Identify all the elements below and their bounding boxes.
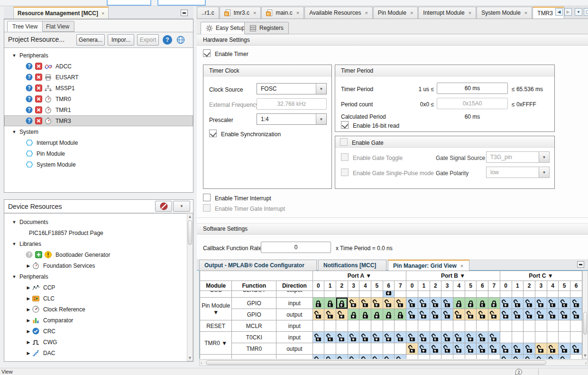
pin-cell-B0[interactable] bbox=[406, 309, 418, 320]
project-tree-item-system-module[interactable]: System Module bbox=[4, 159, 193, 170]
pin-cell-B3[interactable] bbox=[441, 298, 453, 309]
project-tree-item-system[interactable]: ▼System bbox=[4, 126, 193, 137]
pin-header[interactable]: 1 bbox=[512, 281, 524, 291]
pin-cell-A3[interactable] bbox=[348, 291, 359, 298]
close-icon[interactable]: × bbox=[365, 10, 368, 16]
pin-header[interactable]: 5 bbox=[371, 281, 383, 291]
pin-header[interactable]: 3 bbox=[535, 281, 547, 291]
pin-cell-C2[interactable] bbox=[524, 298, 535, 309]
pin-cell-C0[interactable] bbox=[500, 291, 512, 298]
notification-badge[interactable]: 2 bbox=[515, 369, 522, 375]
pin-cell-C4[interactable] bbox=[547, 332, 559, 343]
device-tree-item-comparator[interactable]: ▶Comparator bbox=[4, 315, 186, 326]
bottom-tab-output-mplab-code-configurator[interactable]: Output - MPLAB® Code Configurator bbox=[199, 260, 317, 271]
expander-down-icon[interactable]: ▼ bbox=[11, 130, 18, 134]
device-tree-item-dsm[interactable]: ▶DSM bbox=[4, 358, 186, 361]
gate-signal-source-select[interactable]: T3G_pin▼ bbox=[486, 151, 550, 163]
pin-cell-A1[interactable] bbox=[324, 343, 336, 355]
editor-tab-main-c[interactable]: Cmain.c× bbox=[261, 7, 304, 19]
pin-cell-B0[interactable] bbox=[406, 343, 418, 355]
pin-cell-B4[interactable] bbox=[453, 343, 465, 355]
close-icon[interactable]: × bbox=[101, 10, 104, 16]
expander-down-icon[interactable]: ▼ bbox=[11, 274, 18, 279]
pin-cell-C5[interactable] bbox=[559, 291, 570, 298]
pin-cell-A2[interactable] bbox=[336, 298, 348, 309]
pin-cell-A3[interactable] bbox=[348, 355, 359, 359]
pin-cell-C4[interactable] bbox=[547, 320, 559, 332]
pin-cell-C2[interactable] bbox=[524, 309, 535, 320]
enable-timer-interrupt-checkbox[interactable] bbox=[203, 194, 211, 201]
pin-cell-C0[interactable] bbox=[500, 309, 512, 320]
device-resources-dropdown-button[interactable]: ▼ bbox=[173, 201, 190, 212]
resource-management-tab[interactable]: Resource Management [MCC] × bbox=[13, 7, 109, 19]
pin-cell-B1[interactable] bbox=[418, 291, 430, 298]
pin-cell-A6[interactable] bbox=[383, 343, 395, 355]
pin-header[interactable]: 1 bbox=[324, 281, 336, 291]
project-tree-item-pin-module[interactable]: Pin Module bbox=[4, 148, 193, 159]
pin-cell-A6[interactable] bbox=[383, 291, 395, 298]
pin-cell-C6[interactable] bbox=[570, 309, 582, 320]
scroll-down-icon[interactable]: ▼ bbox=[187, 356, 193, 360]
pin-cell-B2[interactable] bbox=[430, 309, 441, 320]
editor-tab-r1-c[interactable]: ..r1.c bbox=[197, 7, 219, 19]
pin-cell-A4[interactable] bbox=[359, 343, 371, 355]
pin-cell-A4[interactable] bbox=[359, 320, 371, 332]
pin-cell-A7[interactable] bbox=[395, 291, 406, 298]
pin-cell-A5[interactable] bbox=[371, 298, 383, 309]
project-tree-item-tmr3[interactable]: ?TMR3 bbox=[4, 115, 193, 126]
pin-cell-C6[interactable] bbox=[570, 320, 582, 332]
expander-right-icon[interactable]: ▶ bbox=[25, 340, 32, 345]
pin-cell-C2[interactable] bbox=[524, 332, 535, 343]
pin-cell-B0[interactable] bbox=[406, 320, 418, 332]
pin-cell-A3[interactable] bbox=[348, 298, 359, 309]
pin-cell-B6[interactable] bbox=[477, 309, 488, 320]
enable-synchronization-checkbox[interactable] bbox=[209, 130, 217, 137]
pin-cell-C4[interactable] bbox=[547, 291, 559, 298]
module-cell[interactable]: Pin Module ▼ bbox=[200, 298, 232, 320]
device-tree-item-bootloader-generator[interactable]: ?Bootloader Generator bbox=[4, 249, 186, 260]
project-tree-item-tmr1[interactable]: ?TMR1 bbox=[4, 104, 193, 115]
pin-cell-B2[interactable] bbox=[430, 332, 441, 343]
tab-flat-view[interactable]: Flat View bbox=[41, 21, 74, 32]
module-cell[interactable] bbox=[200, 355, 232, 359]
pin-cell-C1[interactable] bbox=[512, 291, 524, 298]
expander-down-icon[interactable]: ▼ bbox=[11, 220, 18, 225]
pin-cell-A7[interactable] bbox=[395, 320, 406, 332]
pin-cell-B2[interactable] bbox=[430, 355, 441, 359]
generate-button[interactable]: Genera... bbox=[76, 34, 105, 46]
expander-right-icon[interactable]: ▶ bbox=[25, 296, 32, 301]
scroll-right-icon[interactable]: › bbox=[585, 360, 587, 366]
gate-polarity-select[interactable]: low▼ bbox=[486, 167, 550, 178]
project-tree-item-adcc[interactable]: ?ADCC bbox=[4, 61, 193, 72]
close-icon[interactable]: × bbox=[296, 10, 299, 16]
pin-cell-A4[interactable] bbox=[359, 309, 371, 320]
editor-tab-interrupt-module[interactable]: Interrupt Module× bbox=[418, 7, 476, 19]
pin-cell-C3[interactable] bbox=[535, 291, 547, 298]
expander-right-icon[interactable]: ▶ bbox=[25, 329, 32, 334]
pin-cell-B1[interactable] bbox=[418, 343, 430, 355]
editor-tab-system-module[interactable]: System Module× bbox=[477, 7, 532, 19]
pin-cell-B7[interactable] bbox=[488, 332, 500, 343]
pin-cell-C6[interactable] bbox=[570, 298, 582, 309]
pin-cell-C5[interactable] bbox=[559, 332, 570, 343]
pin-cell-C3[interactable] bbox=[535, 343, 547, 355]
pin-cell-C6[interactable] bbox=[570, 343, 582, 355]
device-tree-item-foundation-services[interactable]: ▶Foundation Services bbox=[4, 260, 186, 271]
pin-cell-B5[interactable] bbox=[465, 320, 477, 332]
pin-cell-A2[interactable] bbox=[336, 320, 348, 332]
pin-cell-A4[interactable] bbox=[359, 355, 371, 359]
expander-right-icon[interactable]: ▶ bbox=[25, 285, 32, 290]
pin-cell-C1[interactable] bbox=[512, 343, 524, 355]
pin-cell-B3[interactable] bbox=[441, 332, 453, 343]
editor-tab-tmr3-c[interactable]: Ctmr3.c× bbox=[220, 7, 261, 19]
project-tree-item-tmr0[interactable]: ?TMR0 bbox=[4, 94, 193, 104]
globe-button[interactable] bbox=[176, 35, 185, 45]
external-frequency-input[interactable]: 32.768 kHz bbox=[257, 98, 327, 110]
timer-period-input[interactable]: 60 ms bbox=[437, 83, 508, 94]
expander-down-icon[interactable]: ▼ bbox=[11, 53, 18, 58]
pin-cell-A0[interactable] bbox=[312, 309, 324, 320]
module-cell[interactable]: RESET bbox=[200, 320, 232, 332]
pin-cell-A5[interactable] bbox=[371, 355, 383, 359]
pin-cell-C3[interactable] bbox=[535, 320, 547, 332]
pin-cell-B5[interactable] bbox=[465, 291, 477, 298]
